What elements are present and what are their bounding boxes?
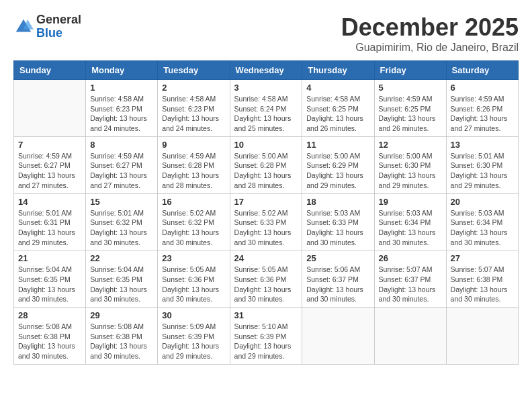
week-row-5: 28Sunrise: 5:08 AM Sunset: 6:38 PM Dayli… (14, 308, 519, 365)
day-info: Sunrise: 4:58 AM Sunset: 6:25 PM Dayligh… (306, 94, 369, 134)
day-number: 29 (90, 310, 153, 320)
logo: General Blue (13, 13, 81, 40)
day-number: 15 (90, 197, 153, 207)
day-number: 1 (90, 83, 153, 93)
day-info: Sunrise: 5:05 AM Sunset: 6:36 PM Dayligh… (234, 265, 298, 304)
day-number: 19 (379, 197, 442, 207)
day-number: 12 (379, 140, 442, 150)
day-info: Sunrise: 5:03 AM Sunset: 6:34 PM Dayligh… (379, 208, 442, 248)
calendar-cell: 14Sunrise: 5:01 AM Sunset: 6:31 PM Dayli… (14, 193, 86, 250)
day-number: 22 (90, 253, 153, 263)
calendar-cell: 23Sunrise: 5:05 AM Sunset: 6:36 PM Dayli… (158, 250, 230, 308)
day-info: Sunrise: 5:03 AM Sunset: 6:33 PM Dayligh… (306, 208, 369, 248)
calendar-cell: 2Sunrise: 4:58 AM Sunset: 6:23 PM Daylig… (158, 80, 230, 137)
calendar-cell: 15Sunrise: 5:01 AM Sunset: 6:32 PM Dayli… (86, 193, 158, 250)
day-info: Sunrise: 5:03 AM Sunset: 6:34 PM Dayligh… (451, 208, 514, 248)
calendar-cell: 11Sunrise: 5:00 AM Sunset: 6:29 PM Dayli… (302, 136, 374, 193)
calendar-cell: 30Sunrise: 5:09 AM Sunset: 6:39 PM Dayli… (158, 308, 230, 365)
weekday-header-tuesday: Tuesday (158, 61, 230, 80)
calendar-cell: 16Sunrise: 5:02 AM Sunset: 6:32 PM Dayli… (158, 193, 230, 250)
day-number: 13 (451, 140, 514, 150)
calendar-cell: 31Sunrise: 5:10 AM Sunset: 6:39 PM Dayli… (230, 308, 302, 365)
day-number: 17 (234, 197, 298, 207)
calendar-cell: 22Sunrise: 5:04 AM Sunset: 6:35 PM Dayli… (86, 250, 158, 308)
day-info: Sunrise: 5:10 AM Sunset: 6:39 PM Dayligh… (234, 322, 298, 361)
day-info: Sunrise: 5:09 AM Sunset: 6:39 PM Dayligh… (162, 322, 225, 361)
day-info: Sunrise: 4:59 AM Sunset: 6:27 PM Dayligh… (18, 151, 81, 191)
day-info: Sunrise: 5:01 AM Sunset: 6:32 PM Dayligh… (90, 208, 153, 248)
calendar-cell: 27Sunrise: 5:07 AM Sunset: 6:38 PM Dayli… (446, 250, 518, 308)
logo-general: General (36, 13, 81, 27)
calendar-cell: 19Sunrise: 5:03 AM Sunset: 6:34 PM Dayli… (374, 193, 446, 250)
page-header: General Blue December 2025 Guapimirim, R… (13, 13, 519, 54)
calendar-cell: 20Sunrise: 5:03 AM Sunset: 6:34 PM Dayli… (446, 193, 518, 250)
calendar-cell: 12Sunrise: 5:00 AM Sunset: 6:30 PM Dayli… (374, 136, 446, 193)
logo-text: General Blue (36, 13, 81, 40)
day-info: Sunrise: 5:01 AM Sunset: 6:30 PM Dayligh… (451, 151, 514, 191)
day-number: 20 (451, 197, 514, 207)
calendar-cell: 26Sunrise: 5:07 AM Sunset: 6:37 PM Dayli… (374, 250, 446, 308)
day-number: 10 (234, 140, 298, 150)
weekday-header-sunday: Sunday (14, 61, 86, 80)
calendar-cell: 24Sunrise: 5:05 AM Sunset: 6:36 PM Dayli… (230, 250, 302, 308)
weekday-header-wednesday: Wednesday (230, 61, 302, 80)
day-info: Sunrise: 5:05 AM Sunset: 6:36 PM Dayligh… (162, 265, 225, 304)
day-info: Sunrise: 5:04 AM Sunset: 6:35 PM Dayligh… (90, 265, 153, 304)
calendar-cell: 1Sunrise: 4:58 AM Sunset: 6:23 PM Daylig… (86, 80, 158, 137)
day-info: Sunrise: 4:58 AM Sunset: 6:23 PM Dayligh… (162, 94, 225, 134)
day-info: Sunrise: 5:06 AM Sunset: 6:37 PM Dayligh… (306, 265, 369, 304)
calendar-cell: 29Sunrise: 5:08 AM Sunset: 6:38 PM Dayli… (86, 308, 158, 365)
day-info: Sunrise: 4:58 AM Sunset: 6:24 PM Dayligh… (234, 94, 298, 134)
day-number: 28 (18, 310, 81, 320)
calendar-cell: 5Sunrise: 4:59 AM Sunset: 6:25 PM Daylig… (374, 80, 446, 137)
day-number: 18 (306, 197, 369, 207)
calendar-cell: 10Sunrise: 5:00 AM Sunset: 6:28 PM Dayli… (230, 136, 302, 193)
day-number: 31 (234, 310, 298, 320)
calendar-cell: 25Sunrise: 5:06 AM Sunset: 6:37 PM Dayli… (302, 250, 374, 308)
location: Guapimirim, Rio de Janeiro, Brazil (341, 42, 519, 54)
calendar-cell: 3Sunrise: 4:58 AM Sunset: 6:24 PM Daylig… (230, 80, 302, 137)
logo-blue: Blue (36, 27, 81, 40)
day-info: Sunrise: 4:58 AM Sunset: 6:23 PM Dayligh… (90, 94, 153, 134)
week-row-4: 21Sunrise: 5:04 AM Sunset: 6:35 PM Dayli… (14, 250, 519, 308)
day-number: 23 (162, 253, 225, 263)
day-info: Sunrise: 5:00 AM Sunset: 6:28 PM Dayligh… (234, 151, 298, 191)
day-info: Sunrise: 5:01 AM Sunset: 6:31 PM Dayligh… (18, 208, 81, 248)
day-number: 7 (18, 140, 81, 150)
day-info: Sunrise: 5:07 AM Sunset: 6:37 PM Dayligh… (379, 265, 442, 304)
calendar-cell: 6Sunrise: 4:59 AM Sunset: 6:26 PM Daylig… (446, 80, 518, 137)
weekday-header-monday: Monday (86, 61, 158, 80)
week-row-1: 1Sunrise: 4:58 AM Sunset: 6:23 PM Daylig… (14, 80, 519, 137)
calendar-cell: 17Sunrise: 5:02 AM Sunset: 6:33 PM Dayli… (230, 193, 302, 250)
week-row-3: 14Sunrise: 5:01 AM Sunset: 6:31 PM Dayli… (14, 193, 519, 250)
day-info: Sunrise: 5:00 AM Sunset: 6:29 PM Dayligh… (306, 151, 369, 191)
day-info: Sunrise: 5:08 AM Sunset: 6:38 PM Dayligh… (18, 322, 81, 361)
day-number: 5 (379, 83, 442, 93)
calendar-cell: 7Sunrise: 4:59 AM Sunset: 6:27 PM Daylig… (14, 136, 86, 193)
day-info: Sunrise: 5:02 AM Sunset: 6:32 PM Dayligh… (162, 208, 225, 248)
day-number: 2 (162, 83, 225, 93)
calendar-cell: 18Sunrise: 5:03 AM Sunset: 6:33 PM Dayli… (302, 193, 374, 250)
day-number: 24 (234, 253, 298, 263)
day-number: 25 (306, 253, 369, 263)
day-number: 11 (306, 140, 369, 150)
week-row-2: 7Sunrise: 4:59 AM Sunset: 6:27 PM Daylig… (14, 136, 519, 193)
weekday-header-thursday: Thursday (302, 61, 374, 80)
day-number: 8 (90, 140, 153, 150)
calendar-table: SundayMondayTuesdayWednesdayThursdayFrid… (13, 60, 519, 365)
calendar-cell (302, 308, 374, 365)
day-info: Sunrise: 5:02 AM Sunset: 6:33 PM Dayligh… (234, 208, 298, 248)
day-info: Sunrise: 5:07 AM Sunset: 6:38 PM Dayligh… (451, 265, 514, 304)
calendar-cell (14, 80, 86, 137)
calendar-cell: 21Sunrise: 5:04 AM Sunset: 6:35 PM Dayli… (14, 250, 86, 308)
calendar-cell: 8Sunrise: 4:59 AM Sunset: 6:27 PM Daylig… (86, 136, 158, 193)
day-info: Sunrise: 4:59 AM Sunset: 6:28 PM Dayligh… (162, 151, 225, 191)
day-info: Sunrise: 4:59 AM Sunset: 6:27 PM Dayligh… (90, 151, 153, 191)
day-info: Sunrise: 5:04 AM Sunset: 6:35 PM Dayligh… (18, 265, 81, 304)
day-number: 21 (18, 253, 81, 263)
day-info: Sunrise: 5:00 AM Sunset: 6:30 PM Dayligh… (379, 151, 442, 191)
day-info: Sunrise: 4:59 AM Sunset: 6:25 PM Dayligh… (379, 94, 442, 134)
weekday-header-saturday: Saturday (446, 61, 518, 80)
calendar-cell: 4Sunrise: 4:58 AM Sunset: 6:25 PM Daylig… (302, 80, 374, 137)
day-number: 9 (162, 140, 225, 150)
